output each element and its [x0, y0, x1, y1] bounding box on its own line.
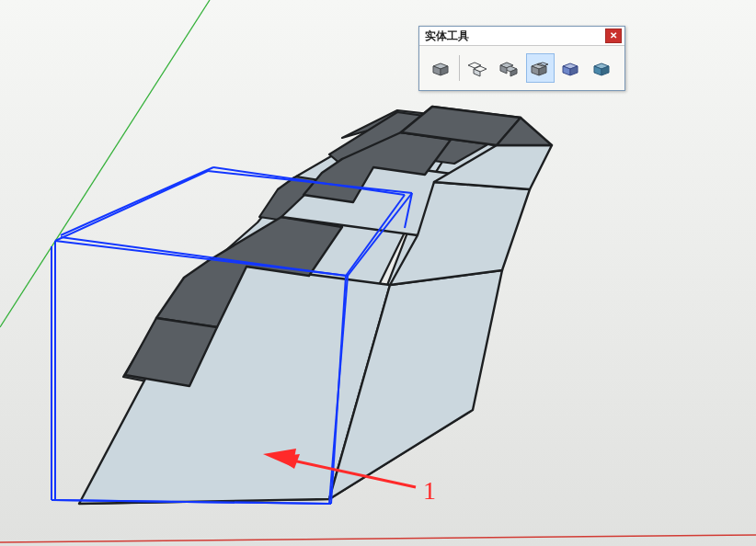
- toolbar-title: 实体工具: [425, 28, 469, 44]
- subtract-button[interactable]: [526, 53, 555, 83]
- toolbar-separator: [459, 55, 460, 81]
- outer-shell-button[interactable]: [427, 53, 455, 83]
- split-icon: [591, 59, 613, 77]
- scene-svg: [0, 0, 756, 546]
- subtract-icon: [529, 59, 551, 77]
- solid-tools-toolbar[interactable]: 实体工具 ✕: [418, 26, 625, 91]
- trim-icon: [560, 59, 582, 77]
- svg-marker-41: [474, 69, 480, 76]
- toolbar-close-button[interactable]: ✕: [605, 28, 622, 43]
- close-icon: ✕: [610, 31, 617, 40]
- split-button[interactable]: [589, 53, 617, 83]
- intersect-icon: [466, 59, 488, 77]
- intersect-button[interactable]: [464, 53, 492, 83]
- toolbar-titlebar[interactable]: 实体工具 ✕: [419, 27, 624, 46]
- union-icon: [498, 59, 520, 77]
- trim-button[interactable]: [557, 53, 586, 83]
- union-button[interactable]: [495, 53, 523, 83]
- viewport-3d[interactable]: 1 实体工具 ✕: [0, 0, 756, 546]
- outer-shell-icon: [430, 59, 452, 77]
- svg-marker-39: [468, 63, 481, 68]
- toolbar-body: [419, 46, 624, 90]
- annotation-label: 1: [423, 476, 436, 506]
